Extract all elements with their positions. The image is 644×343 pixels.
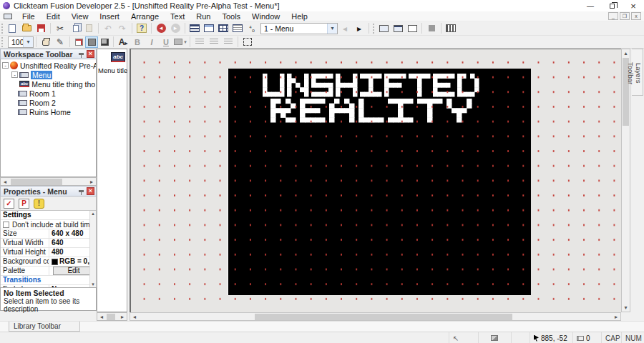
run-application-button[interactable] xyxy=(376,22,391,35)
menu-view[interactable]: View xyxy=(66,11,94,21)
about-tab-icon[interactable]: ! xyxy=(34,199,44,209)
event-editor-button[interactable] xyxy=(216,22,230,35)
back-button[interactable]: ◂ xyxy=(154,22,168,35)
scroll-down-icon[interactable]: ▾ xyxy=(92,282,94,287)
palette-edit-button[interactable]: Edit xyxy=(53,267,94,275)
editor-vscrollbar[interactable]: ▴ ▾ xyxy=(621,49,630,312)
mdi-close-button[interactable]: x xyxy=(631,12,641,20)
mdi-restore-button[interactable]: ❐ xyxy=(620,12,630,20)
scroll-right-icon[interactable]: ▸ xyxy=(612,314,620,320)
zoom-select[interactable]: 100% ▾ xyxy=(8,36,34,48)
restore-button[interactable] xyxy=(601,0,623,11)
align-center-button[interactable] xyxy=(207,36,221,49)
storyboard-editor-button[interactable] xyxy=(187,22,202,35)
paste-button[interactable] xyxy=(82,22,96,35)
event-list-editor-button[interactable] xyxy=(230,22,245,35)
scrollbar-thumb[interactable] xyxy=(11,179,62,185)
mdi-child-icon[interactable] xyxy=(4,14,12,19)
forward-button[interactable]: ▸ xyxy=(168,22,182,35)
menu-help[interactable]: Help xyxy=(286,11,313,21)
toolbar-gripper[interactable] xyxy=(1,37,3,47)
property-row-virtual-height[interactable]: Virtual Height 480 xyxy=(1,248,96,257)
new-button[interactable] xyxy=(5,22,19,35)
pin-icon[interactable] xyxy=(79,53,84,55)
pin-icon[interactable] xyxy=(79,190,84,192)
properties-close-button[interactable]: × xyxy=(87,187,94,195)
menu-file[interactable]: File xyxy=(16,11,41,21)
frame-editor-canvas-area[interactable] xyxy=(130,49,621,312)
scroll-left-icon[interactable]: ◂ xyxy=(97,314,106,320)
minimize-button[interactable]: — xyxy=(580,0,601,11)
frame-canvas[interactable] xyxy=(228,69,531,295)
menu-text[interactable]: Text xyxy=(165,11,190,21)
library-toolbar-tab[interactable]: Library Toolbar xyxy=(9,322,80,332)
collapse-icon[interactable]: - xyxy=(2,62,9,69)
property-row-size[interactable]: Size 640 x 480 xyxy=(1,229,96,239)
toolbar-gripper[interactable] xyxy=(373,24,374,34)
frame-selector[interactable]: 1 - Menu ▾ xyxy=(260,23,338,34)
tree-item-menu[interactable]: - Menu xyxy=(1,70,96,79)
step-through-button[interactable] xyxy=(444,22,458,35)
object-panel-hscrollbar[interactable]: ◂ ▸ xyxy=(97,312,127,321)
menu-arrange[interactable]: Arrange xyxy=(125,11,165,21)
property-row-palette[interactable]: Palette Edit xyxy=(1,267,96,276)
selection-tool-button[interactable] xyxy=(240,36,255,49)
toolbar-gripper[interactable] xyxy=(1,24,3,34)
scroll-left-icon[interactable]: ◂ xyxy=(130,314,139,320)
cut-button[interactable]: ✂ xyxy=(53,22,67,35)
stop-button[interactable] xyxy=(424,22,439,35)
next-frame-button[interactable]: ▸ xyxy=(352,22,366,35)
tree-item-menu-title[interactable]: abc Menu title thing tho xyxy=(1,79,96,89)
settings-tab-icon[interactable]: ✓ xyxy=(4,199,14,209)
tree-item-room1[interactable]: Room 1 xyxy=(1,89,96,98)
string-object-icon[interactable]: abc xyxy=(111,52,125,62)
property-row-background-color[interactable]: Background color RGB = 0, xyxy=(1,257,96,267)
copy-button[interactable] xyxy=(67,22,82,35)
bold-button[interactable]: B xyxy=(130,36,145,49)
save-button[interactable] xyxy=(34,22,48,35)
object-item-label[interactable]: Menu title t xyxy=(98,66,127,74)
help-button[interactable]: ? xyxy=(135,22,149,35)
tree-item-room2[interactable]: Room 2 xyxy=(1,98,96,107)
workspace-close-button[interactable]: × xyxy=(87,50,94,58)
menu-insert[interactable]: Insert xyxy=(94,11,125,21)
run-stop-button[interactable] xyxy=(405,22,419,35)
tree-item-application[interactable]: - Unshifted Reality Pre-Alpha Te xyxy=(1,61,96,70)
build-time-checkbox[interactable] xyxy=(3,222,9,228)
view-mode-1-button[interactable] xyxy=(72,36,85,48)
undo-button[interactable]: ↶ xyxy=(101,22,115,35)
italic-button[interactable]: I xyxy=(145,36,159,49)
edit-background-button[interactable]: ✎ xyxy=(53,36,67,49)
scroll-up-icon[interactable]: ▴ xyxy=(92,211,94,217)
scrollbar-thumb[interactable] xyxy=(107,314,115,320)
close-button[interactable]: × xyxy=(623,0,644,11)
scroll-down-icon[interactable]: ▾ xyxy=(622,304,630,311)
underline-button[interactable]: U xyxy=(159,36,173,49)
run-frame-button[interactable] xyxy=(391,22,405,35)
redo-button[interactable]: ↷ xyxy=(115,22,130,35)
text-color-button[interactable]: ▾ xyxy=(173,36,187,49)
view-mode-3-button[interactable] xyxy=(98,36,111,48)
align-left-button[interactable] xyxy=(192,36,207,49)
menu-window[interactable]: Window xyxy=(246,11,286,21)
scroll-up-icon[interactable]: ▴ xyxy=(622,50,630,56)
menu-run[interactable]: Run xyxy=(190,11,216,21)
scrollbar-thumb[interactable] xyxy=(255,314,512,320)
data-elements-button[interactable]: ⁴o xyxy=(245,22,259,35)
view-mode-2-button[interactable] xyxy=(85,36,98,48)
color-swatch[interactable] xyxy=(52,259,58,265)
scroll-right-icon[interactable]: ▸ xyxy=(118,314,127,320)
menu-tools[interactable]: Tools xyxy=(216,11,246,21)
tree-item-ruins-home[interactable]: Ruins Home xyxy=(1,107,96,116)
scroll-left-icon[interactable]: ◂ xyxy=(1,179,9,185)
frame-editor-button[interactable] xyxy=(202,22,216,35)
layers-toolbar-tab[interactable]: Layers Toolbar xyxy=(632,49,643,96)
workspace-hscrollbar[interactable]: ◂ ▸ xyxy=(0,177,97,186)
pan-button[interactable] xyxy=(39,36,53,49)
property-row-virtual-width[interactable]: Virtual Width 640 xyxy=(1,239,96,248)
editor-hscrollbar[interactable]: ◂ ▸ xyxy=(130,312,621,321)
menu-edit[interactable]: Edit xyxy=(41,11,66,21)
previous-frame-button[interactable]: ◂ xyxy=(338,22,352,35)
align-right-button[interactable] xyxy=(221,36,235,49)
font-button[interactable]: A▸ xyxy=(116,36,130,49)
